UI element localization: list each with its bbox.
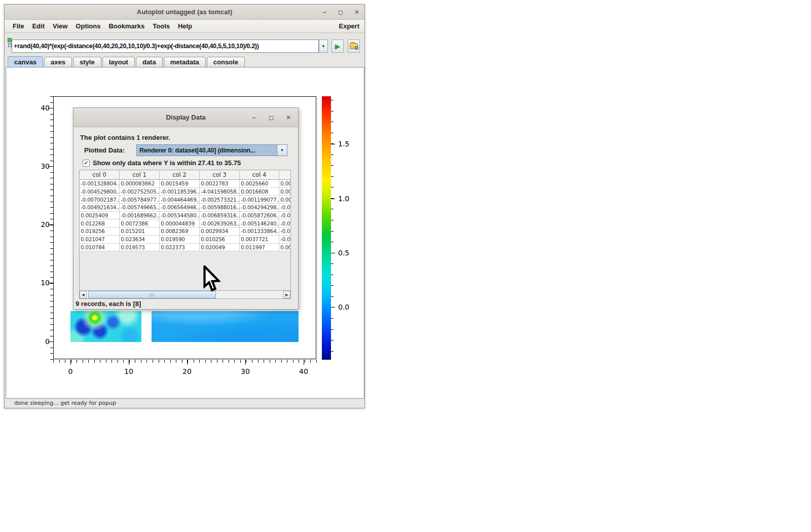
colorbar-major-tick	[331, 199, 335, 199]
table-cell: 0.019256	[80, 227, 120, 236]
table-cell: 0.0037721	[240, 236, 279, 244]
minimize-icon[interactable]: –	[320, 8, 329, 17]
table-cell: -0.005344580...	[160, 212, 200, 220]
tab-style[interactable]: style	[73, 57, 101, 67]
spectrogram-segment-right[interactable]	[152, 311, 299, 342]
menu-item-file[interactable]: File	[9, 22, 28, 30]
tab-axes[interactable]: axes	[44, 57, 72, 67]
y-tick-label: 30	[32, 162, 50, 170]
menu-item-edit[interactable]: Edit	[28, 22, 49, 30]
colorbar-tick-label: 0.5	[338, 249, 349, 257]
table-cell: 0.019590	[160, 236, 200, 244]
table-cell: 0.00	[279, 188, 291, 196]
table-row[interactable]: -0.004921634...-0.005749665...-0.0065649…	[80, 204, 291, 212]
table-row[interactable]: 0.0025409-0.001689662...-0.005344580...-…	[80, 212, 291, 220]
data-browse-button[interactable]	[348, 40, 360, 53]
table-cell: -4.041598058...	[200, 188, 240, 196]
y-tick-label: 0	[32, 337, 50, 346]
colorbar-minor-ticks	[331, 100, 334, 356]
x-tick-label: 20	[178, 367, 196, 375]
table-cell: -0.002639263...	[200, 219, 240, 227]
table-cell: -0.002573321...	[200, 196, 240, 204]
maximize-icon[interactable]: ◻	[336, 8, 345, 17]
menu-items: FileEditViewOptionsBookmarksToolsHelp	[9, 22, 196, 30]
x-axis-minor-ticks	[53, 360, 317, 363]
data-table[interactable]: col 0col 1col 2col 3col 4 -0.001328804..…	[79, 170, 291, 299]
table-row[interactable]: -0.007002187...-0.005784977...-0.0044644…	[80, 196, 291, 204]
table-cell: 0.011997	[240, 244, 279, 252]
table-cell: -0.001185396...	[160, 188, 200, 196]
table-cell: 0.010256	[200, 236, 240, 244]
expert-mode-label[interactable]: Expert	[339, 22, 360, 30]
scrollbar-track[interactable]	[87, 291, 283, 298]
plotted-data-combobox[interactable]: Renderer 0: dataset[40,40] (dimension...…	[136, 144, 287, 156]
table-cell: -0.005784977...	[120, 196, 160, 204]
table-column-header[interactable]: col 3	[200, 170, 240, 179]
dialog-titlebar[interactable]: Display Data – ◻ ✕	[73, 108, 298, 127]
play-icon: ▶	[335, 43, 340, 50]
colorbar-major-tick	[331, 253, 335, 253]
table-cell: 0.021047	[80, 236, 120, 244]
dialog-close-icon[interactable]: ✕	[284, 113, 293, 122]
menu-item-view[interactable]: View	[49, 22, 71, 30]
table-row[interactable]: -0.004529800...-0.002752505...-0.0011853…	[80, 188, 291, 196]
scroll-right-icon[interactable]: ▶	[283, 291, 290, 298]
uri-dropdown-button[interactable]: ▼	[319, 40, 328, 53]
menu-item-help[interactable]: Help	[174, 22, 196, 30]
table-cell: 0.019573	[120, 244, 160, 252]
address-toolbar: +rand(40,40)*(exp(-distance(40,40,20,20,…	[5, 33, 364, 56]
table-row[interactable]: 0.0122680.00723860.000044839-0.002639263…	[80, 219, 291, 227]
window-titlebar[interactable]: Autoplot untagged (as tomcat) – ◻ ✕	[5, 5, 364, 20]
tab-console[interactable]: console	[207, 57, 245, 67]
tab-data[interactable]: data	[136, 57, 163, 67]
status-green-square-icon	[8, 38, 12, 42]
table-row[interactable]: 0.0210470.0236340.0195900.0102560.003772…	[80, 236, 291, 244]
main-tabs: canvasaxesstylelayoutdatametadataconsole	[5, 56, 364, 67]
table-row[interactable]: 0.0107840.0195730.0223730.0200490.011997…	[80, 244, 291, 252]
table-column-header[interactable]: col 2	[160, 170, 200, 179]
canvas-panel[interactable]: 403020100 010203040 1.51.00.50.0 Display…	[6, 67, 364, 399]
colorbar-major-tick	[331, 144, 335, 144]
uri-value: +rand(40,40)*(exp(-distance(40,40,20,20,…	[14, 43, 259, 50]
menu-item-bookmarks[interactable]: Bookmarks	[104, 22, 149, 30]
close-icon[interactable]: ✕	[352, 8, 361, 17]
table-cell: 0.00	[279, 180, 291, 188]
scrollbar-thumb[interactable]	[88, 291, 216, 298]
menu-item-options[interactable]: Options	[71, 22, 104, 30]
tab-metadata[interactable]: metadata	[164, 57, 206, 67]
scroll-left-icon[interactable]: ◀	[80, 291, 87, 298]
spectrogram-segment-left[interactable]	[70, 311, 141, 342]
screen: Autoplot untagged (as tomcat) – ◻ ✕ File…	[0, 0, 811, 532]
table-row[interactable]: 0.0192560.0152010.00823690.0029934-0.001…	[80, 227, 291, 236]
table-cell: -0.0	[279, 212, 291, 220]
dialog-maximize-icon[interactable]: ◻	[267, 113, 276, 122]
table-cell: -0.001333864...	[240, 227, 279, 236]
table-cell: 0.0015459	[160, 180, 200, 188]
tab-layout[interactable]: layout	[102, 57, 135, 67]
colorbar[interactable]	[322, 96, 331, 360]
uri-input[interactable]: +rand(40,40)*(exp(-distance(40,40,20,20,…	[12, 40, 319, 53]
y-filter-checkbox[interactable]: ✔	[83, 160, 90, 167]
table-cell: 0.00	[279, 196, 291, 204]
table-body: -0.001328804...0.0000836620.00154590.002…	[80, 180, 291, 251]
dialog-minimize-icon[interactable]: –	[249, 113, 259, 122]
y-tick-label: 40	[32, 104, 50, 112]
table-cell: 0.0029934	[200, 227, 240, 236]
horizontal-scrollbar[interactable]: ◀ ▶	[80, 290, 290, 298]
table-cell: -0.0	[279, 219, 291, 227]
plot-go-button[interactable]: ▶	[331, 40, 344, 53]
table-column-header[interactable]: col 4	[240, 170, 279, 179]
display-data-dialog: Display Data – ◻ ✕ The plot contains 1 r…	[73, 107, 299, 310]
y-major-tick	[48, 224, 53, 225]
table-column-header[interactable]	[279, 170, 291, 179]
menu-item-tools[interactable]: Tools	[149, 22, 174, 30]
table-column-header[interactable]: col 1	[120, 170, 160, 179]
tab-canvas[interactable]: canvas	[8, 56, 43, 67]
table-row[interactable]: -0.001328804...0.0000836620.00154590.002…	[80, 180, 291, 188]
table-cell: 0.022373	[160, 244, 200, 252]
table-cell: 0.010784	[80, 244, 120, 252]
table-cell: 0.015201	[120, 227, 160, 236]
chevron-down-icon: ▼	[321, 44, 325, 49]
table-column-header[interactable]: col 0	[80, 170, 120, 179]
combobox-dropdown-button[interactable]: ▼	[277, 145, 287, 156]
